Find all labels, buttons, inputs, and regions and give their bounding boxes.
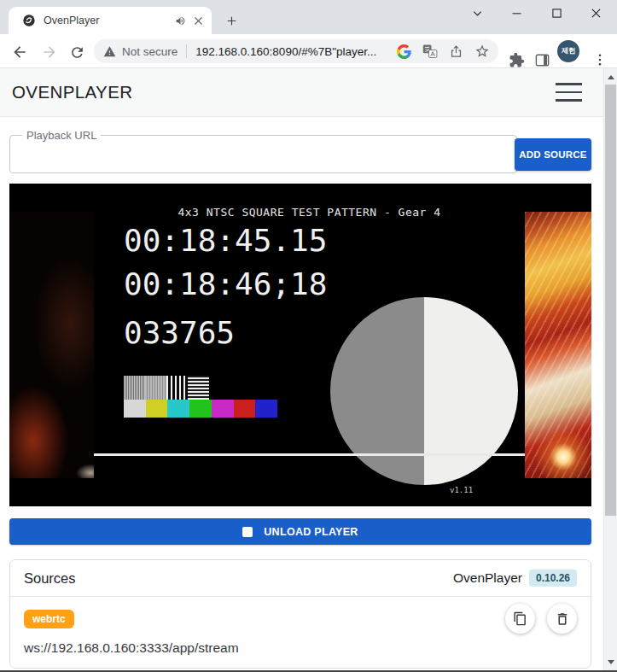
share-icon[interactable] [449, 44, 463, 59]
delete-source-button[interactable] [547, 604, 577, 634]
playback-url-row: Playback URL ADD SOURCE [9, 129, 591, 173]
protocol-badge: webrtc [24, 610, 74, 628]
reload-icon [69, 44, 85, 61]
player-name-label: OvenPlayer [453, 570, 522, 586]
pattern-version-label: v1.11 [450, 486, 473, 494]
tab-close-icon[interactable] [192, 15, 205, 27]
video-player[interactable]: 4x3 NTSC SQUARE TEST PATTERN - Gear 4 00… [9, 184, 591, 506]
scrollbar-thumb[interactable] [605, 85, 616, 516]
color-bar [234, 400, 256, 418]
maximize-button[interactable] [547, 3, 566, 22]
forward-button[interactable] [38, 41, 61, 63]
ovenplayer-favicon-icon [22, 14, 36, 27]
page-viewport: OVENPLAYER Playback URL ADD SOURCE 4x3 N… [0, 68, 617, 670]
tab-search-button[interactable] [468, 3, 486, 22]
google-g-icon[interactable] [397, 44, 411, 59]
sources-title: Sources [24, 570, 76, 587]
test-pattern-title: 4x3 NTSC SQUARE TEST PATTERN - Gear 4 [94, 206, 525, 219]
page-content: OVENPLAYER Playback URL ADD SOURCE 4x3 N… [0, 68, 603, 670]
unload-player-button[interactable]: UNLOAD PLAYER [9, 518, 591, 545]
stop-icon [242, 527, 253, 537]
hamburger-icon [556, 83, 582, 85]
playback-url-input[interactable] [10, 142, 516, 166]
profile-avatar[interactable]: 제헌 [557, 40, 579, 62]
browser-tab[interactable]: OvenPlayer [9, 7, 212, 34]
not-secure-warning-icon [103, 45, 116, 58]
sources-card: Sources OvenPlayer 0.10.26 webrtc [9, 559, 591, 669]
video-left-content [9, 212, 94, 478]
new-tab-button[interactable] [220, 9, 242, 32]
scroll-down-button[interactable] [604, 655, 617, 669]
playback-url-label: Playback URL [22, 129, 101, 142]
timecode-secondary: 00:18:46;18 [124, 269, 327, 300]
page-title: OVENPLAYER [12, 82, 132, 102]
color-bar [255, 400, 277, 418]
minimize-button[interactable] [507, 3, 526, 22]
forward-arrow-icon [41, 44, 58, 61]
playback-url-field: Playback URL [9, 129, 517, 173]
scroll-down-icon [608, 660, 614, 664]
video-right-content [525, 212, 591, 478]
copy-icon [513, 611, 527, 626]
add-source-button[interactable]: ADD SOURCE [515, 138, 591, 171]
bookmark-star-icon[interactable] [474, 44, 490, 59]
tab-strip: OvenPlayer [0, 0, 617, 34]
version-badge: 0.10.26 [529, 570, 577, 587]
back-arrow-icon [11, 44, 28, 61]
close-icon [589, 6, 603, 20]
tab-audio-icon[interactable] [175, 15, 186, 26]
translate-icon[interactable] [422, 44, 438, 59]
frame-counter: 033765 [124, 318, 235, 348]
color-bar [146, 400, 168, 418]
security-label: Not secure [122, 45, 178, 58]
color-bars [124, 400, 277, 418]
trash-icon [555, 611, 570, 627]
site-header: OVENPLAYER [0, 68, 603, 117]
color-bar [189, 400, 212, 418]
color-bar [124, 400, 146, 418]
browser-window: OvenPlayer [0, 0, 617, 68]
minimize-icon [509, 6, 524, 20]
color-bar [167, 400, 189, 418]
copy-source-button[interactable] [505, 604, 535, 634]
browser-toolbar: Not secure 192.168.0.160:8090/#%7B"playe… [0, 34, 617, 68]
tab-title: OvenPlayer [44, 15, 175, 26]
unload-player-label: UNLOAD PLAYER [264, 526, 358, 538]
url-text: 192.168.0.160:8090/#%7B"player... [195, 45, 376, 58]
reload-button[interactable] [66, 41, 88, 63]
hamburger-menu-button[interactable] [556, 77, 582, 108]
test-pattern-circle [330, 297, 518, 485]
maximize-icon [550, 6, 564, 20]
color-bar [212, 400, 234, 418]
page-scrollbar[interactable] [603, 68, 617, 670]
chevron-down-icon [470, 6, 485, 20]
window-close-button[interactable] [586, 3, 605, 22]
address-bar[interactable]: Not secure 192.168.0.160:8090/#%7B"playe… [94, 39, 498, 63]
back-button[interactable] [9, 41, 31, 63]
source-item: webrtc ws://192.168.0.160:3333/app/strea… [10, 597, 591, 668]
scroll-up-icon [608, 75, 614, 79]
scroll-up-button[interactable] [604, 70, 617, 84]
source-url: ws://192.168.0.160:3333/app/stream [24, 640, 577, 656]
test-pattern-line [94, 453, 525, 456]
timecode-primary: 00:18:45.15 [124, 225, 327, 256]
sources-header: Sources OvenPlayer 0.10.26 [10, 560, 591, 597]
test-pattern-gratings [124, 376, 209, 400]
url-divider [186, 44, 187, 58]
